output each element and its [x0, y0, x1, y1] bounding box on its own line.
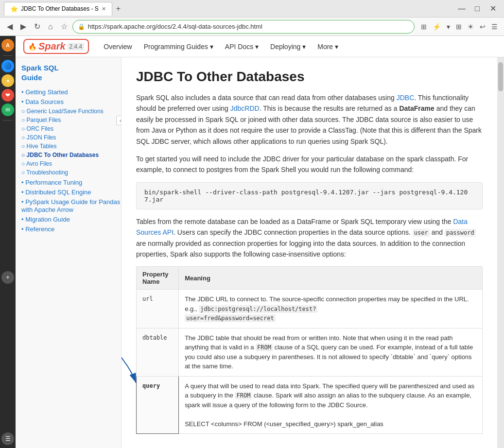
nav-api-docs[interactable]: API Docs ▾ — [220, 40, 263, 53]
maximize-button[interactable]: □ — [470, 2, 485, 16]
bookmark-button[interactable]: ☆ — [58, 20, 70, 33]
undo-button[interactable]: ↩ — [477, 22, 488, 32]
property-name-url: url — [137, 290, 179, 328]
sidebar-item-performance-tuning[interactable]: • Performance Tuning — [21, 177, 121, 187]
sidebar-item-migration[interactable]: • Migration Guide — [21, 214, 121, 224]
sidebar-item-pyspark[interactable]: • PySpark Usage Guide for Pandas with Ap… — [21, 197, 121, 214]
property-name-query: query — [137, 376, 179, 434]
browser-sidebar: A 🔵 ★ ❤ ✉ + ☰ — [0, 36, 16, 448]
browser-sidebar-icon-2[interactable]: ★ — [1, 74, 14, 87]
sidebar-item-jdbc[interactable]: ○ JDBC To Other Databases — [21, 150, 121, 159]
forward-button[interactable]: ▶ — [17, 20, 29, 33]
sidebar-item-getting-started[interactable]: • Getting Started — [21, 87, 121, 97]
spark-flame-icon: 🔥 — [28, 43, 36, 51]
sun-button[interactable]: ☀ — [465, 22, 476, 32]
grid-button[interactable]: ⊞ — [453, 22, 464, 32]
sidebar-link-data-sources[interactable]: • Data Sources — [21, 98, 64, 105]
property-meaning-dbtable: The JDBC table that should be read from … — [179, 328, 483, 376]
sidebar-link-reference[interactable]: • Reference — [21, 225, 54, 233]
url-input[interactable] — [88, 23, 409, 30]
property-meaning-query: A query that will be used to read data i… — [179, 376, 483, 434]
table-row-dbtable: dbtable The JDBC table that should be re… — [137, 328, 483, 376]
active-tab[interactable]: ⭐ JDBC To Other Databases - S ✕ — [4, 2, 112, 16]
spark-nav-menu: Overview Programming Guides ▾ API Docs ▾… — [99, 40, 343, 53]
ssl-lock-icon: 🔒 — [78, 23, 85, 30]
from-inline: FROM — [256, 344, 273, 351]
tab-bar: ⭐ JDBC To Other Databases - S ✕ + — [4, 2, 454, 16]
lightning-button[interactable]: ⚡ — [430, 22, 443, 32]
minimize-button[interactable]: — — [454, 2, 469, 16]
browser-window: ⭐ JDBC To Other Databases - S ✕ + — □ ✕ … — [0, 0, 504, 448]
spark-site: 🔥 Spark 2.4.4 Overview Programming Guide… — [16, 36, 504, 448]
jdbc-link[interactable]: JDBC — [397, 94, 415, 102]
intro-paragraph-3: Tables from the remote database can be l… — [136, 216, 483, 260]
column-header-meaning: Meaning — [179, 267, 483, 290]
sidebar-item-hive[interactable]: ○ Hive Tables — [21, 141, 121, 150]
browser-sidebar-menu-button[interactable]: ☰ — [1, 432, 14, 445]
intro-paragraph-1: Spark SQL also includes a data source th… — [136, 92, 483, 147]
browser-sidebar-add-button[interactable]: + — [1, 271, 14, 284]
user-avatar[interactable]: A — [1, 39, 14, 52]
dropdown-button[interactable]: ▾ — [444, 22, 452, 32]
from-inline-2: FROM — [235, 392, 252, 399]
back-button[interactable]: ◀ — [4, 20, 16, 33]
sidebar-item-generic-load[interactable]: ○ Generic Load/Save Functions — [21, 106, 121, 115]
scrollbar-track[interactable] — [497, 57, 504, 448]
sidebar-item-distributed-sql[interactable]: • Distributed SQL Engine — [21, 187, 121, 197]
sidebar-item-avro[interactable]: ○ Avro Files — [21, 159, 121, 168]
url-example: jdbc:postgresql://localhost/test? — [199, 305, 317, 313]
sidebar-link-generic-load[interactable]: ○ Generic Load/Save Functions — [21, 108, 104, 115]
sidebar-link-performance-tuning[interactable]: • Performance Tuning — [21, 179, 82, 186]
sidebar-title: Spark SQLGuide — [21, 63, 121, 82]
sidebar-link-troubleshooting[interactable]: ○ Troubleshooting — [21, 169, 68, 176]
nav-deploying[interactable]: Deploying ▾ — [265, 40, 311, 53]
new-tab-button[interactable]: + — [114, 4, 122, 13]
sidebar-link-distributed-sql[interactable]: • Distributed SQL Engine — [21, 189, 91, 196]
scrollbar-thumb[interactable] — [498, 62, 503, 91]
sidebar-link-pyspark[interactable]: • PySpark Usage Guide for Pandas with Ap… — [21, 198, 120, 213]
sidebar-link-json[interactable]: ○ JSON Files — [21, 134, 56, 141]
spark-logo-area[interactable]: 🔥 Spark 2.4.4 — [23, 39, 89, 54]
collapse-sidebar-button[interactable]: « — [116, 116, 122, 125]
nav-overview[interactable]: Overview — [99, 40, 137, 53]
spark-topbar: 🔥 Spark 2.4.4 Overview Programming Guide… — [16, 36, 504, 57]
sidebar-nav-list: • Getting Started • Data Sources ○ Gener… — [21, 87, 121, 234]
browser-sidebar-icon-4[interactable]: ✉ — [1, 103, 14, 116]
sidebar-item-reference[interactable]: • Reference — [21, 224, 121, 234]
sidebar-link-getting-started[interactable]: • Getting Started — [21, 88, 68, 96]
property-meaning-url: The JDBC URL to connect to. The source-s… — [179, 290, 483, 328]
sidebar-item-troubleshooting[interactable]: ○ Troubleshooting — [21, 168, 121, 176]
sidebar-link-jdbc[interactable]: ○ JDBC To Other Databases — [21, 152, 99, 158]
nav-programming-guides[interactable]: Programming Guides ▾ — [139, 40, 218, 53]
nav-more[interactable]: More ▾ — [313, 40, 343, 53]
tab-favicon: ⭐ — [10, 5, 18, 13]
sidebar-link-migration[interactable]: • Migration Guide — [21, 216, 70, 223]
sidebar-link-avro[interactable]: ○ Avro Files — [21, 160, 52, 167]
sidebar-item-json[interactable]: ○ JSON Files — [21, 133, 121, 141]
jdbcrdd-link[interactable]: JdbcRDD — [230, 104, 260, 112]
nav-bar: ◀ ▶ ↻ ⌂ ☆ 🔒 ⊞ ⚡ ▾ ⊞ ☀ ↩ ☰ — [0, 17, 504, 36]
sidebar-item-orc[interactable]: ○ ORC Files — [21, 124, 121, 133]
sidebar-separator-2 — [3, 120, 13, 121]
left-nav: Spark SQLGuide • Getting Started • Data … — [16, 57, 122, 448]
sidebar-item-data-sources[interactable]: • Data Sources ○ Generic Load/Save Funct… — [21, 97, 121, 177]
sidebar-item-parquet[interactable]: ○ Parquet Files — [21, 115, 121, 124]
extra-nav-buttons: ⊞ ⚡ ▾ ⊞ ☀ ↩ ☰ — [418, 22, 500, 32]
title-bar: ⭐ JDBC To Other Databases - S ✕ + — □ ✕ — [0, 0, 504, 17]
menu-button[interactable]: ☰ — [489, 22, 500, 32]
refresh-button[interactable]: ↻ — [31, 20, 43, 33]
sidebar-link-hive[interactable]: ○ Hive Tables — [21, 143, 56, 150]
sidebar-separator-1 — [3, 55, 13, 56]
content-area: Spark SQLGuide • Getting Started • Data … — [16, 57, 504, 448]
browser-sidebar-icon-3[interactable]: ❤ — [1, 89, 14, 102]
tab-close-button[interactable]: ✕ — [102, 6, 106, 12]
sidebar-link-orc[interactable]: ○ ORC Files — [21, 125, 53, 132]
browser-sidebar-icon-1[interactable]: 🔵 — [1, 60, 14, 72]
extensions-button[interactable]: ⊞ — [418, 22, 429, 32]
code-block-1: bin/spark-shell --driver-class-path post… — [136, 182, 483, 209]
close-button[interactable]: ✕ — [486, 2, 500, 16]
home-button[interactable]: ⌂ — [45, 20, 56, 33]
spark-version-badge: 2.4.4 — [68, 43, 85, 51]
sidebar-link-parquet[interactable]: ○ Parquet Files — [21, 117, 61, 123]
address-bar[interactable]: 🔒 — [72, 20, 415, 34]
